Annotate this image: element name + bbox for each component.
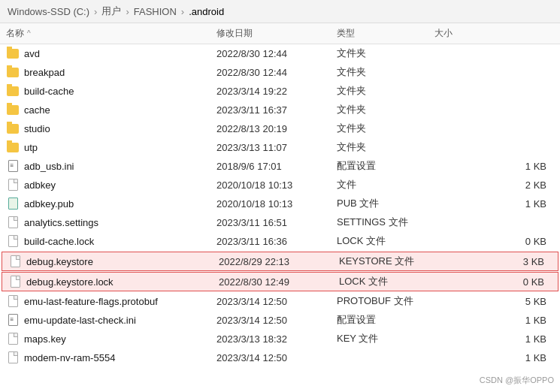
file-name-cell: adbkey.pub (6, 197, 216, 210)
list-item[interactable]: modem-nv-ram-5554 2023/3/14 12:50 1 KB (0, 348, 560, 367)
file-date: 2023/3/13 11:07 (216, 142, 337, 153)
list-item[interactable]: breakpad 2022/8/30 12:44 文件夹 (0, 63, 560, 82)
breadcrumb-folder2[interactable]: FASHION (134, 6, 177, 17)
file-date: 2022/8/30 12:49 (219, 276, 339, 288)
list-item[interactable]: build-cache.lock 2023/3/11 16:36 LOCK 文件… (0, 232, 560, 251)
breadcrumb-drive[interactable]: Windows-SSD (C:) (8, 6, 89, 17)
list-item[interactable]: avd 2022/8/30 12:44 文件夹 (0, 44, 560, 63)
file-icon (6, 234, 20, 248)
file-name-cell: debug.keystore (8, 255, 219, 268)
file-name: avd (24, 48, 40, 59)
list-item[interactable]: adbkey.pub 2020/10/18 10:13 PUB 文件 1 KB (0, 194, 560, 213)
folder-icon (6, 65, 20, 79)
file-size: 5 KB (434, 296, 554, 307)
file-size: 1 KB (434, 315, 554, 326)
breadcrumb-current: .android (189, 6, 224, 17)
file-name: emu-last-feature-flags.protobuf (24, 296, 158, 307)
file-type: PROTOBUF 文件 (337, 294, 434, 308)
file-name: build-cache (24, 86, 74, 97)
list-item[interactable]: cache 2023/3/11 16:37 文件夹 (0, 101, 560, 119)
file-size: 1 KB (434, 198, 554, 210)
file-date: 2018/9/6 17:01 (216, 161, 337, 172)
file-type: LOCK 文件 (337, 234, 434, 248)
file-type: PUB 文件 (337, 197, 434, 210)
title-bar: Windows-SSD (C:) › 用户 › FASHION › .andro… (0, 0, 560, 23)
list-item[interactable]: build-cache 2023/3/14 19:22 文件夹 (0, 82, 560, 101)
file-name: adb_usb.ini (24, 161, 74, 172)
file-name: adbkey.pub (24, 198, 74, 210)
col-header-type[interactable]: 类型 (337, 27, 434, 40)
file-icon (8, 275, 22, 288)
col-header-size[interactable]: 大小 (434, 27, 554, 40)
file-type: 配置设置 (337, 159, 434, 173)
list-item[interactable]: emu-last-feature-flags.protobuf 2023/3/1… (0, 292, 560, 311)
file-name: cache (24, 104, 50, 116)
file-name: adbkey (24, 179, 56, 191)
list-item[interactable]: debug.keystore 2022/8/29 22:13 KEYSTORE … (2, 252, 558, 271)
file-type: KEYSTORE 文件 (339, 255, 437, 268)
file-date: 2023/3/14 12:50 (216, 352, 337, 363)
list-item[interactable]: maps.key 2023/3/13 18:32 KEY 文件 1 KB (0, 330, 560, 348)
file-type: 文件 (337, 178, 434, 191)
file-date: 2023/3/14 12:50 (216, 296, 337, 307)
col-header-name[interactable]: 名称 ^ (6, 27, 216, 40)
list-item[interactable]: adbkey 2020/10/18 10:13 文件 2 KB (0, 176, 560, 194)
col-header-date[interactable]: 修改日期 (216, 27, 337, 40)
file-date: 2022/8/13 20:19 (216, 123, 337, 134)
file-type: KEY 文件 (337, 332, 434, 345)
file-size: 2 KB (434, 179, 554, 191)
file-name: emu-update-last-check.ini (24, 315, 136, 326)
folder-icon (6, 84, 20, 98)
column-headers: 名称 ^ 修改日期 类型 大小 (0, 23, 560, 44)
list-item[interactable]: adb_usb.ini 2018/9/6 17:01 配置设置 1 KB (0, 157, 560, 176)
file-name-cell: adbkey (6, 178, 216, 191)
file-date: 2022/8/30 12:44 (216, 67, 337, 78)
file-icon (6, 294, 20, 308)
breadcrumb-folder1[interactable]: 用户 (101, 5, 121, 18)
file-type: 文件夹 (337, 140, 434, 154)
file-name-cell: emu-update-last-check.ini (6, 313, 216, 327)
file-name: maps.key (24, 333, 66, 345)
file-name: breakpad (24, 67, 65, 78)
folder-icon (6, 122, 20, 135)
file-name-cell: emu-last-feature-flags.protobuf (6, 294, 216, 308)
file-name-cell: modem-nv-ram-5554 (6, 351, 216, 364)
file-icon (8, 255, 22, 268)
ini-icon (6, 159, 20, 173)
file-date: 2022/8/30 12:44 (216, 48, 337, 59)
pub-icon (6, 197, 20, 210)
list-item[interactable]: studio 2022/8/13 20:19 文件夹 (0, 119, 560, 138)
ini-icon (6, 313, 20, 327)
file-size: 1 KB (434, 161, 554, 172)
file-name-cell: cache (6, 103, 216, 116)
file-size: 0 KB (437, 276, 552, 288)
file-name: modem-nv-ram-5554 (24, 352, 115, 363)
file-date: 2023/3/11 16:36 (216, 236, 337, 247)
file-size: 1 KB (434, 333, 554, 345)
file-name-cell: build-cache (6, 84, 216, 98)
file-type: 配置设置 (337, 313, 434, 327)
sort-indicator: ^ (27, 29, 31, 38)
file-date: 2023/3/14 12:50 (216, 315, 337, 326)
breadcrumb-sep2: › (126, 6, 129, 17)
file-name-cell: breakpad (6, 65, 216, 79)
file-name-cell: avd (6, 47, 216, 60)
file-date: 2023/3/11 16:37 (216, 104, 337, 116)
file-name: debug.keystore (26, 256, 93, 267)
list-item[interactable]: debug.keystore.lock 2022/8/30 12:49 LOCK… (2, 272, 558, 291)
list-item[interactable]: utp 2023/3/13 11:07 文件夹 (0, 138, 560, 157)
file-type: 文件夹 (337, 47, 434, 60)
folder-icon (6, 140, 20, 154)
file-name-cell: build-cache.lock (6, 234, 216, 248)
list-item[interactable]: emu-update-last-check.ini 2023/3/14 12:5… (0, 311, 560, 330)
file-name: studio (24, 123, 50, 134)
file-name-cell: studio (6, 122, 216, 135)
file-list: avd 2022/8/30 12:44 文件夹 breakpad 2022/8/… (0, 44, 560, 367)
file-icon (6, 351, 20, 364)
folder-icon (6, 103, 20, 116)
file-icon (6, 216, 20, 229)
list-item[interactable]: analytics.settings 2023/3/11 16:51 SETTI… (0, 213, 560, 232)
watermark: CSDN @振华OPPO (480, 375, 554, 386)
file-name: analytics.settings (24, 217, 98, 228)
breadcrumb-sep1: › (94, 6, 97, 17)
